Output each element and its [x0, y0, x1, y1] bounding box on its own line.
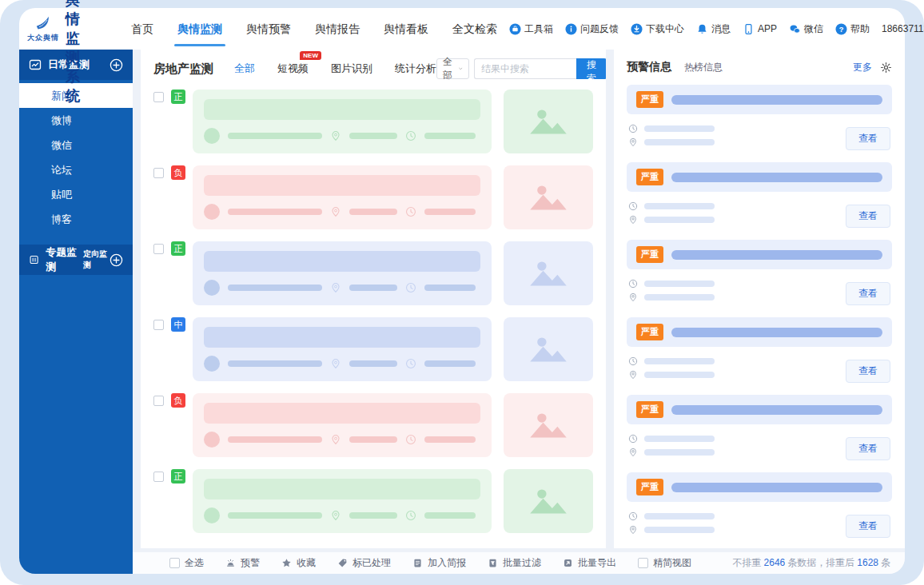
result-tab[interactable]: 全部 — [234, 62, 255, 76]
source-skeleton — [228, 133, 322, 139]
toolbar-action[interactable]: 批量导出 — [563, 556, 616, 570]
toolbar-action[interactable]: 精简视图 — [638, 556, 691, 570]
nav-tab[interactable]: 舆情报告 — [315, 8, 360, 50]
time-skeleton — [424, 133, 476, 139]
utility-item[interactable]: 工具箱 — [509, 22, 553, 36]
utility-item[interactable]: 问题反馈 — [565, 22, 619, 36]
more-link[interactable]: 更多 — [853, 61, 872, 74]
row-checkbox[interactable] — [153, 168, 164, 178]
info-icon — [565, 23, 577, 35]
view-button[interactable]: 查看 — [846, 127, 890, 150]
view-button[interactable]: 查看 — [846, 282, 890, 305]
row-checkbox[interactable] — [153, 472, 164, 482]
feed-item-row[interactable]: 负 — [153, 393, 593, 457]
result-tab[interactable]: 短视频 NEW — [277, 62, 309, 76]
result-tab[interactable]: 统计分析 — [395, 62, 436, 76]
header-utilities: 工具箱 问题反馈 下载中心 消息 APP 微信 ? 帮助 18663711315 — [509, 22, 924, 36]
toolbar-action[interactable]: 收藏 — [281, 556, 316, 570]
feed-meta-row — [204, 507, 480, 523]
alert-item[interactable]: 严重 查看 — [627, 472, 892, 535]
nav-tab[interactable]: 舆情监测 — [177, 8, 222, 50]
brand-logo: 大众舆情 海晏舆情监测系统 — [19, 0, 86, 105]
gear-icon[interactable] — [880, 62, 892, 74]
sidebar-channel-item[interactable]: 微信 — [19, 133, 133, 157]
search-scope-select[interactable]: 全部 — [436, 58, 469, 79]
feed-item-row[interactable]: 负 — [153, 165, 593, 229]
row-checkbox[interactable] — [153, 92, 164, 102]
feed-item-row[interactable]: 中 — [153, 317, 593, 381]
utility-item[interactable]: 消息 — [696, 22, 731, 36]
sidebar-channel-item[interactable]: 论坛 — [19, 157, 133, 182]
clock-icon — [628, 124, 638, 133]
toolbar-action-label: 全选 — [185, 556, 204, 570]
toolbar-action[interactable]: 全选 — [169, 556, 204, 570]
view-button[interactable]: 查看 — [846, 360, 890, 383]
account-menu[interactable]: 18663711315 — [882, 23, 924, 34]
sidebar-section-topic-monitor[interactable]: 专题监测 定向监测 — [19, 245, 133, 275]
toolbar-actions: 全选 预警 收藏 标已处理 加入简报 批量过滤 批量导出 精简视图 — [169, 556, 691, 570]
view-button[interactable]: 查看 — [846, 437, 890, 460]
add-topic-button[interactable] — [110, 253, 123, 267]
toolbar-action[interactable]: 预警 — [225, 556, 260, 570]
feed-title-skeleton — [204, 403, 480, 424]
add-monitor-button[interactable] — [110, 58, 123, 72]
checkbox-icon — [638, 558, 648, 568]
location-skeleton — [349, 285, 397, 291]
tab-alert-info[interactable]: 预警信息 — [627, 60, 671, 74]
sidebar-channel-item[interactable]: 贴吧 — [19, 182, 133, 207]
utility-label: 消息 — [711, 22, 731, 36]
sidebar-channel-label: 博客 — [51, 213, 72, 225]
utility-item[interactable]: APP — [743, 23, 777, 35]
app-window: 大众舆情 海晏舆情监测系统 首页舆情监测舆情预警舆情报告舆情看板全文检索 工具箱… — [19, 8, 905, 574]
feed-item-row[interactable]: 正 — [153, 241, 593, 305]
source-skeleton — [228, 360, 322, 367]
feed-item-row[interactable]: 正 — [153, 469, 593, 533]
alert-item[interactable]: 严重 查看 — [627, 162, 892, 225]
avatar — [204, 128, 220, 144]
new-badge: NEW — [300, 51, 321, 60]
alert-title-box: 严重 — [627, 162, 892, 192]
alert-item[interactable]: 严重 查看 — [627, 317, 892, 380]
star-icon — [281, 558, 292, 568]
feed-item-body — [193, 393, 492, 457]
clock-icon — [405, 130, 416, 141]
nav-tab[interactable]: 首页 — [131, 8, 153, 50]
row-checkbox[interactable] — [153, 320, 164, 330]
toolbar-action[interactable]: 标已处理 — [337, 556, 391, 570]
result-tab[interactable]: 图片识别 — [331, 62, 372, 76]
location-pin-icon — [628, 525, 638, 535]
search-input[interactable] — [474, 58, 576, 79]
thumbnail-placeholder — [504, 393, 593, 457]
nav-tab[interactable]: 舆情预警 — [246, 8, 291, 50]
alert-item[interactable]: 严重 查看 — [627, 240, 892, 302]
sentiment-badge: 正 — [171, 469, 185, 484]
toolbar-action-label: 批量过滤 — [503, 556, 541, 570]
alert-item[interactable]: 严重 查看 — [627, 85, 892, 147]
toolbar-action[interactable]: 加入简报 — [412, 556, 466, 570]
utility-item[interactable]: ? 帮助 — [835, 22, 870, 36]
sidebar-channel-item[interactable]: 博客 — [19, 207, 133, 232]
nav-tab[interactable]: 全文检索 — [452, 8, 497, 50]
tab-hot-list[interactable]: 热榜信息 — [684, 61, 723, 74]
bell-icon — [696, 23, 708, 35]
feed-item-row[interactable]: 正 — [153, 90, 593, 153]
sidebar-channel-item[interactable]: 微博 — [19, 108, 133, 133]
top-header: 大众舆情 海晏舆情监测系统 首页舆情监测舆情预警舆情报告舆情看板全文检索 工具箱… — [19, 8, 905, 50]
toolbar-action[interactable]: 批量过滤 — [488, 556, 541, 570]
utility-label: 微信 — [804, 22, 823, 36]
search-button[interactable]: 搜索 — [576, 58, 606, 79]
nav-tab[interactable]: 舆情看板 — [384, 8, 428, 50]
alert-location-skeleton — [644, 139, 715, 145]
stats-prefix: 不排重 — [733, 557, 762, 568]
view-button[interactable]: 查看 — [846, 205, 890, 228]
utility-item[interactable]: 微信 — [789, 22, 823, 36]
row-checkbox[interactable] — [153, 244, 164, 254]
feed-item-body — [193, 469, 492, 533]
stats-deduped: 1628 — [857, 557, 878, 568]
alert-title-box: 严重 — [627, 317, 892, 347]
alert-location-skeleton — [644, 294, 715, 300]
view-button[interactable]: 查看 — [846, 515, 890, 538]
utility-item[interactable]: 下载中心 — [631, 22, 684, 36]
row-checkbox[interactable] — [153, 396, 164, 406]
alert-item[interactable]: 严重 查看 — [627, 395, 892, 457]
